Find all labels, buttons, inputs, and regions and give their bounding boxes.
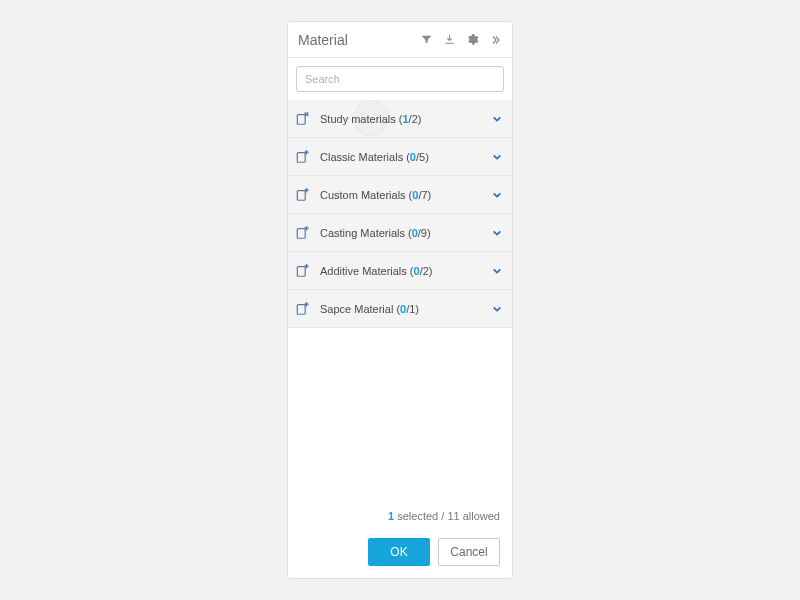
expand-icon[interactable] [488, 33, 502, 47]
allowed-count: 11 [447, 510, 459, 522]
panel-title: Material [298, 32, 419, 48]
panel-header: Material [288, 22, 512, 58]
selected-count: 1 [388, 510, 394, 522]
selection-status: 1 selected / 11 allowed [288, 504, 512, 538]
material-panel: Material Study materials (1/2) [287, 21, 513, 579]
category-row[interactable]: Classic Materials (0/5) [288, 138, 512, 176]
category-name: Study materials [320, 113, 396, 125]
svg-rect-6 [297, 190, 305, 200]
chevron-down-icon[interactable] [492, 266, 502, 276]
category-name: Classic Materials [320, 151, 403, 163]
ok-button[interactable]: OK [368, 538, 430, 566]
new-page-icon [296, 150, 310, 164]
svg-rect-9 [297, 228, 305, 238]
new-page-icon [296, 112, 310, 126]
status-tail: allowed [463, 510, 500, 522]
new-page-icon [296, 188, 310, 202]
new-page-icon [296, 302, 310, 316]
category-label: Sapce Material (0/1) [320, 303, 492, 315]
footer-buttons: OK Cancel [288, 538, 512, 578]
category-row[interactable]: Additive Materials (0/2) [288, 252, 512, 290]
download-icon[interactable] [442, 33, 456, 47]
chevron-down-icon[interactable] [492, 114, 502, 124]
category-count: (0/7) [409, 189, 432, 201]
svg-rect-15 [297, 304, 305, 314]
new-page-icon [296, 264, 310, 278]
category-label: Additive Materials (0/2) [320, 265, 492, 277]
category-name: Casting Materials [320, 227, 405, 239]
category-row[interactable]: Casting Materials (0/9) [288, 214, 512, 252]
gear-icon[interactable] [465, 33, 479, 47]
chevron-down-icon[interactable] [492, 152, 502, 162]
category-list: Study materials (1/2) Classic Materials … [288, 100, 512, 328]
category-row[interactable]: Custom Materials (0/7) [288, 176, 512, 214]
category-count: (0/1) [396, 303, 419, 315]
search-input[interactable] [296, 66, 504, 92]
category-count: (0/2) [410, 265, 433, 277]
status-sep: selected / [397, 510, 444, 522]
category-label: Study materials (1/2) [320, 113, 492, 125]
chevron-down-icon[interactable] [492, 228, 502, 238]
svg-rect-0 [297, 114, 305, 124]
category-name: Sapce Material [320, 303, 393, 315]
category-count: (0/9) [408, 227, 431, 239]
cancel-button[interactable]: Cancel [438, 538, 500, 566]
header-toolbar [419, 33, 502, 47]
search-container [288, 58, 512, 100]
category-count: (1/2) [399, 113, 422, 125]
filter-icon[interactable] [419, 33, 433, 47]
category-label: Casting Materials (0/9) [320, 227, 492, 239]
chevron-down-icon[interactable] [492, 190, 502, 200]
category-row[interactable]: Study materials (1/2) [288, 100, 512, 138]
category-label: Custom Materials (0/7) [320, 189, 492, 201]
category-label: Classic Materials (0/5) [320, 151, 492, 163]
svg-rect-3 [297, 152, 305, 162]
chevron-down-icon[interactable] [492, 304, 502, 314]
category-count: (0/5) [406, 151, 429, 163]
new-page-icon [296, 226, 310, 240]
category-name: Additive Materials [320, 265, 407, 277]
category-row[interactable]: Sapce Material (0/1) [288, 290, 512, 328]
panel-body-spacer [288, 328, 512, 504]
category-name: Custom Materials [320, 189, 406, 201]
svg-rect-12 [297, 266, 305, 276]
